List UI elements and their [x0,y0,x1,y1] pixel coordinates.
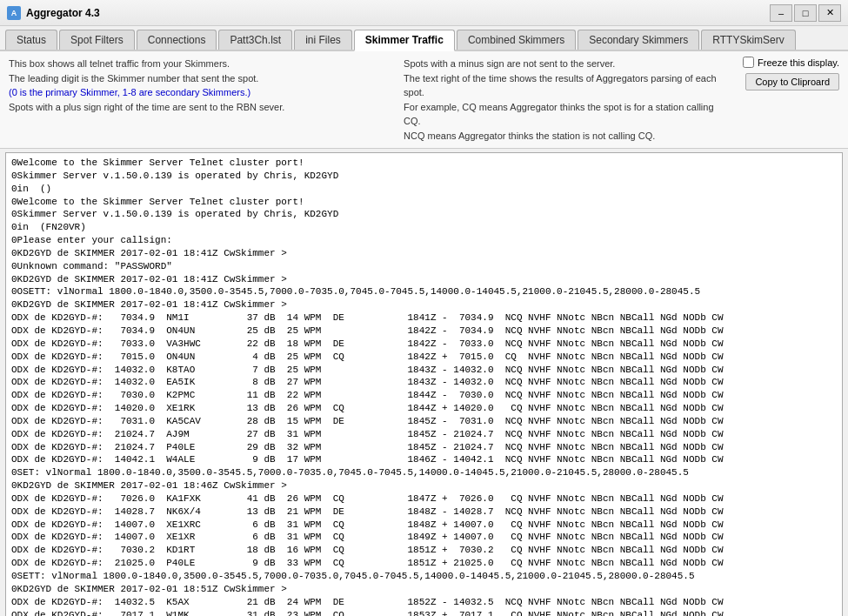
terminal-line-11: 0KD2GYD de SKIMMER 2017-02-01 18:41Z CwS… [11,298,837,311]
info-right-area: Spots with a minus sign are not sent to … [404,57,839,143]
terminal-line-9: 0KD2GYD de SKIMMER 2017-02-01 18:41Z CwS… [11,273,837,286]
terminal-line-17: ODX de KD2GYD-#: 14032.0 EA5IK 8 dB 27 W… [11,376,837,389]
info-left-line-0: This box shows all telnet traffic from y… [9,57,284,71]
info-bar: This box shows all telnet traffic from y… [0,51,848,149]
app-icon: A [7,6,21,20]
terminal-line-21: ODX de KD2GYD-#: 21024.7 AJ9M 27 dB 31 W… [11,428,837,441]
title-bar-left: A Aggregator 4.3 [7,6,100,20]
terminal-line-20: ODX de KD2GYD-#: 7031.0 KA5CAV 28 dB 15 … [11,415,837,428]
terminal-line-13: ODX de KD2GYD-#: 7034.9 ON4UN 25 dB 25 W… [11,325,837,338]
info-left-line-1: The leading digit is the Skimmer number … [9,71,284,86]
title-bar: A Aggregator 4.3 – □ ✕ [0,0,848,26]
freeze-checkbox[interactable] [743,57,754,68]
close-button[interactable]: ✕ [818,4,841,22]
tab-spot-filters[interactable]: Spot Filters [59,30,135,50]
terminal-line-35: ODX de KD2GYD-#: 7017.1 W1MK 31 dB 23 WP… [11,609,837,616]
terminal-line-7: 0KD2GYD de SKIMMER 2017-02-01 18:41Z CwS… [11,247,837,260]
tab-patt3ch[interactable]: Patt3Ch.lst [218,30,292,50]
terminal-line-25: 0KD2GYD de SKIMMER 2017-02-01 18:46Z CwS… [11,479,837,492]
terminal-line-29: ODX de KD2GYD-#: 14007.0 XE1XR 6 dB 31 W… [11,531,837,544]
terminal-line-12: ODX de KD2GYD-#: 7034.9 NM1I 37 dB 14 WP… [11,311,837,325]
terminal-output: 0Welcome to the Skimmer Server Telnet cl… [5,152,843,616]
info-right-line-2: For example, CQ means Aggregator thinks … [404,100,725,129]
tab-secondary-skimmers[interactable]: Secondary Skimmers [578,30,699,50]
tab-connections[interactable]: Connections [137,30,217,50]
terminal-line-28: ODX de KD2GYD-#: 14007.0 XE1XRC 6 dB 31 … [11,519,837,532]
app-icon-letter: A [11,9,17,17]
info-left-line-3: Spots with a plus sign right of the time… [9,100,284,115]
terminal-line-8: 0Unknown command: "PASSWORD" [11,260,837,273]
terminal-line-30: ODX de KD2GYD-#: 7030.2 KD1RT 18 dB 16 W… [11,544,837,557]
maximize-button[interactable]: □ [794,4,817,22]
terminal-line-24: 0SET: vlNormal 1800.0-1840.0,3500.0-3545… [11,466,837,479]
terminal-line-15: ODX de KD2GYD-#: 7015.0 ON4UN 4 dB 25 WP… [11,351,837,364]
info-left: This box shows all telnet traffic from y… [9,57,284,114]
copy-button[interactable]: Copy to Cliproard [745,73,839,90]
terminal-line-5: 0in (FN20VR) [11,221,837,234]
info-right-line-3: NCQ means Aggregator thinks the station … [404,129,725,144]
terminal-line-10: 0OSETT: vlNormal 1800.0-1840.0,3500.0-35… [11,285,837,298]
terminal-line-0: 0Welcome to the Skimmer Server Telnet cl… [11,157,837,170]
terminal-line-22: ODX de KD2GYD-#: 21024.7 P40LE 29 dB 32 … [11,441,837,454]
tab-rtty-skim-serv[interactable]: RTTYSkimServ [701,30,795,50]
terminal-line-19: ODX de KD2GYD-#: 14020.0 XE1RK 13 dB 26 … [11,402,837,415]
terminal-line-23: ODX de KD2GYD-#: 14042.1 W4ALE 9 dB 17 W… [11,453,837,466]
terminal-line-16: ODX de KD2GYD-#: 14032.0 K8TAO 7 dB 25 W… [11,364,837,377]
info-right-line-0: Spots with a minus sign are not sent to … [404,57,725,71]
tab-ini-files[interactable]: ini Files [294,30,352,50]
terminal-line-32: 0SETT: vlNormal 1800.0-1840.0,3500.0-354… [11,570,837,583]
terminal-line-1: 0Skimmer Server v.1.50.0.139 is operated… [11,170,837,183]
info-right: Spots with a minus sign are not sent to … [404,57,725,143]
terminal-line-26: ODX de KD2GYD-#: 7026.0 KA1FXK 41 dB 26 … [11,492,837,506]
freeze-checkbox-area: Freeze this display. [743,57,839,68]
terminal-line-33: 0KD2GYD de SKIMMER 2017-02-01 18:51Z CwS… [11,583,837,596]
terminal-line-27: ODX de KD2GYD-#: 14028.7 NK6X/4 13 dB 21… [11,506,837,519]
tab-status[interactable]: Status [5,30,57,50]
info-left-line-2: (0 is the primary Skimmer, 1-8 are secon… [9,85,284,100]
terminal-line-6: 0Please enter your callsign: [11,234,837,247]
info-right-line-1: The text right of the time shows the res… [404,71,725,100]
app-title: Aggregator 4.3 [26,7,100,19]
terminal-line-14: ODX de KD2GYD-#: 7033.0 VA3HWC 22 dB 18 … [11,338,837,351]
tab-combined-skimmers[interactable]: Combined Skimmers [457,30,576,50]
terminal-line-34: ODX de KD2GYD-#: 14032.5 K5AX 21 dB 24 W… [11,596,837,609]
terminal-line-31: ODX de KD2GYD-#: 21025.0 P40LE 9 dB 33 W… [11,557,837,570]
minimize-button[interactable]: – [770,4,792,22]
terminal-line-2: 0in () [11,183,837,196]
terminal-line-4: 0Skimmer Server v.1.50.0.139 is operated… [11,208,837,221]
tab-skimmer-traffic[interactable]: Skimmer Traffic [354,30,455,51]
terminal-line-3: 0Welcome to the Skimmer Server Telnet cl… [11,196,837,209]
title-bar-controls: – □ ✕ [770,4,841,22]
tab-bar: StatusSpot FiltersConnectionsPatt3Ch.lst… [0,26,848,51]
freeze-label: Freeze this display. [758,57,839,68]
terminal-line-18: ODX de KD2GYD-#: 7030.0 K2PMC 11 dB 22 W… [11,389,837,402]
